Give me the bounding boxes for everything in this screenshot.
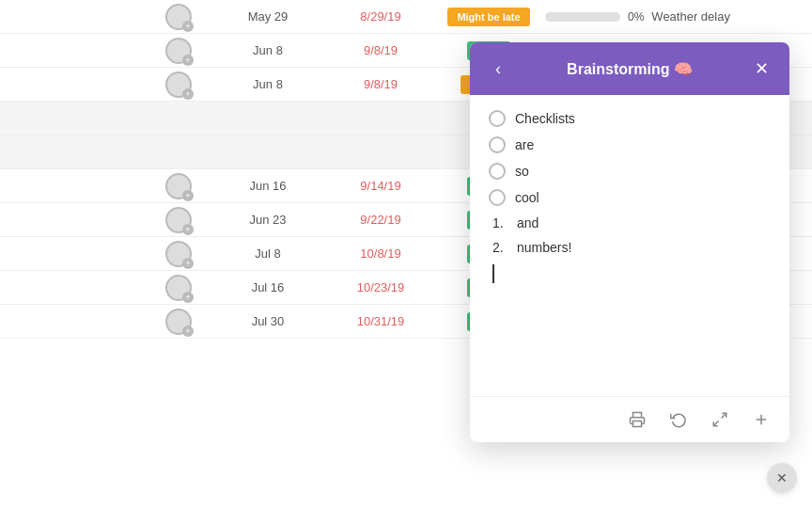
col-red-date: 10/23/19 xyxy=(329,280,432,294)
numbered-item: 2. numbers! xyxy=(492,240,771,255)
progress-percent: 0% xyxy=(628,10,644,24)
progress-label: Weather delay xyxy=(651,9,730,24)
numbered-text-and: and xyxy=(517,215,539,230)
col-date: Jun 16 xyxy=(207,179,329,193)
modal-footer xyxy=(470,396,789,442)
col-red-date: 8/29/19 xyxy=(329,9,432,24)
col-red-date: 9/8/19 xyxy=(329,43,432,57)
svg-rect-0 xyxy=(633,421,642,427)
col-red-date: 10/31/19 xyxy=(329,314,432,328)
modal-body: Checklists are so cool 1. and 2. number xyxy=(470,95,789,396)
col-date: Jun 23 xyxy=(207,213,329,227)
checklist-item: Checklists xyxy=(489,110,771,127)
text-cursor xyxy=(492,264,494,283)
col-date: Jun 8 xyxy=(207,77,329,91)
col-avatar xyxy=(150,71,207,98)
resize-button[interactable] xyxy=(707,406,733,433)
close-icon: ✕ xyxy=(776,470,788,485)
avatar xyxy=(165,38,192,64)
modal-title: Brainstorming 🧠 xyxy=(511,60,748,78)
checkbox-cool[interactable] xyxy=(489,189,506,206)
numbered-text-numbers: numbers! xyxy=(517,240,571,255)
checkbox-checklists[interactable] xyxy=(489,110,506,127)
brainstorm-modal: ‹ Brainstorming 🧠 ✕ Checklists are so co… xyxy=(470,42,789,442)
avatar xyxy=(165,4,192,30)
col-avatar xyxy=(150,309,207,335)
col-red-date: 9/8/19 xyxy=(329,77,432,91)
modal-back-button[interactable]: ‹ xyxy=(485,56,511,82)
status-badge-might-be-late: Might be late xyxy=(447,8,529,26)
numbered-label-1: 1. xyxy=(492,215,511,230)
col-date: Jun 8 xyxy=(207,43,329,57)
col-avatar xyxy=(150,241,207,267)
col-progress: 0% Weather delay xyxy=(545,9,733,24)
avatar xyxy=(165,309,192,335)
col-date: Jul 16 xyxy=(207,280,329,294)
col-red-date: 10/8/19 xyxy=(329,246,432,261)
col-red-date: 9/22/19 xyxy=(329,213,432,227)
modal-header: ‹ Brainstorming 🧠 ✕ xyxy=(470,42,789,95)
avatar xyxy=(165,173,192,199)
col-date: Jul 30 xyxy=(207,314,329,328)
col-avatar xyxy=(150,38,207,64)
avatar xyxy=(165,71,192,98)
col-status: Might be late xyxy=(432,8,545,26)
bottom-close-button[interactable]: ✕ xyxy=(767,463,797,493)
checklist-text-are: are xyxy=(515,137,534,152)
col-avatar xyxy=(150,4,207,30)
numbered-label-2: 2. xyxy=(492,240,511,255)
checkbox-are[interactable] xyxy=(489,136,506,153)
col-date: Jul 8 xyxy=(207,246,329,261)
col-date: May 29 xyxy=(207,9,329,24)
modal-close-button[interactable]: ✕ xyxy=(748,56,774,82)
checklist-text-checklists: Checklists xyxy=(515,111,575,126)
checklist-item: cool xyxy=(489,189,771,206)
avatar xyxy=(165,241,192,267)
avatar xyxy=(165,207,192,233)
col-avatar xyxy=(150,275,207,301)
checklist-text-so: so xyxy=(515,164,529,179)
table-row: May 29 8/29/19 Might be late 0% Weather … xyxy=(0,0,812,34)
numbered-item: 1. and xyxy=(492,215,771,230)
add-button[interactable] xyxy=(748,406,774,433)
history-button[interactable] xyxy=(665,406,692,433)
checklist-text-cool: cool xyxy=(515,190,539,205)
print-button[interactable] xyxy=(624,406,650,433)
col-red-date: 9/14/19 xyxy=(329,179,432,193)
checklist-item: so xyxy=(489,163,771,180)
checkbox-so[interactable] xyxy=(489,163,506,180)
col-avatar xyxy=(150,207,207,233)
checklist-item: are xyxy=(489,136,771,153)
avatar xyxy=(165,275,192,301)
col-avatar xyxy=(150,173,207,199)
progress-bar xyxy=(545,12,620,22)
